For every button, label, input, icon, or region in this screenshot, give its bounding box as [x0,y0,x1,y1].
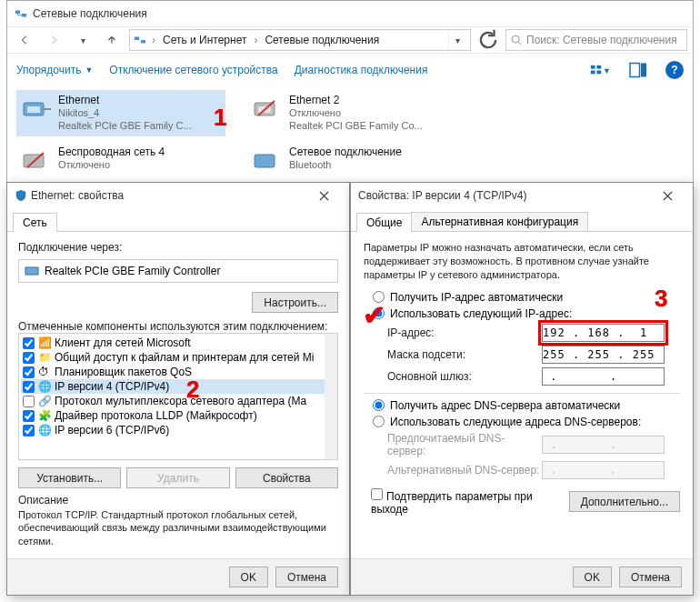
subnet-mask-input[interactable] [542,346,665,364]
diagnose-button[interactable]: Диагностика подключения [295,64,428,76]
ethernet-icon [253,94,284,125]
ip-address-row: IP-адрес: [387,324,680,342]
connection-status: Отключено [289,107,423,120]
connection-bluetooth[interactable]: Сетевое подключение Bluetooth [247,142,456,180]
component-checkbox[interactable] [23,425,35,436]
connection-ethernet2[interactable]: Ethernet 2 Отключено Realtek PCI GBE Fam… [247,90,456,136]
tab-alt-config[interactable]: Альтернативная конфигурация [411,212,588,231]
dialog-title: Свойства: IP версии 4 (TCP/IPv4) [358,189,527,202]
components-label: Отмеченные компоненты используются этим … [18,320,338,333]
disable-device-button[interactable]: Отключение сетевого устройства [109,64,277,76]
validate-checkbox[interactable] [371,488,383,500]
component-item[interactable]: ⏱Планировщик пакетов QoS [21,365,335,379]
address-bar[interactable]: › Сеть и Интернет › Сетевые подключения [129,29,471,51]
radio-auto-dns[interactable] [373,399,385,411]
view-menu[interactable]: ▼ [589,59,611,81]
configure-button[interactable]: Настроить... [252,292,338,313]
remove-button[interactable]: Удалить [126,467,229,488]
component-checkbox[interactable] [23,381,35,393]
tab-network[interactable]: Сеть [13,213,57,232]
ip-address-input[interactable] [542,324,665,342]
scrollbar[interactable] [325,334,337,459]
bluetooth-icon [253,145,284,176]
help-icon[interactable]: ? [665,61,684,79]
svg-rect-5 [591,65,595,69]
ok-button[interactable]: OK [229,567,268,587]
svg-rect-10 [641,64,646,77]
dialog-footer: OK Отмена [351,558,693,595]
chevron-right-icon[interactable]: › [150,34,157,46]
dialog-titlebar: Ethernet: свойства [7,183,349,208]
ok-button[interactable]: OK [573,567,612,587]
component-item[interactable]: 📁Общий доступ к файлам и принтерам для с… [21,350,335,365]
radio-manual-dns[interactable] [373,416,385,427]
component-item[interactable]: 📶Клиент для сетей Microsoft [21,336,335,350]
svg-rect-12 [27,106,40,113]
properties-button[interactable]: Свойства [235,467,338,488]
connection-name: Беспроводная сеть 4 [58,145,165,159]
components-list[interactable]: 📶Клиент для сетей Microsoft 📁Общий досту… [18,333,338,460]
svg-rect-3 [141,40,145,44]
up-button[interactable] [100,29,124,51]
advanced-button[interactable]: Дополнительно... [569,491,680,512]
svg-rect-16 [255,155,275,167]
preview-pane-button[interactable] [627,59,649,81]
breadcrumb-level2[interactable]: Сетевые подключения [263,34,381,46]
share-icon: 📁 [38,351,51,364]
protocol-icon: 🌐 [38,380,51,393]
component-item[interactable]: 🔗Протокол мультиплексора сетевого адапте… [21,394,335,408]
annotation-2: 2 [186,376,199,404]
radio-manual-dns-row[interactable]: Использовать следующие адреса DNS-сервер… [373,416,680,428]
refresh-button[interactable] [476,29,500,51]
client-icon: 📶 [38,336,51,349]
annotation-3: 3 [655,285,667,313]
close-button[interactable] [649,186,685,206]
address-dropdown[interactable] [448,30,466,50]
component-checkbox[interactable] [23,396,35,407]
component-checkbox[interactable] [23,366,35,378]
breadcrumb-level1[interactable]: Сеть и Интернет [161,34,248,46]
network-icon [134,34,146,46]
cancel-button[interactable]: Отмена [275,567,338,587]
close-button[interactable] [305,186,342,206]
dns2-row: Альтернативный DNS-сервер: [387,461,680,479]
connection-name: Сетевое подключение [289,145,402,159]
svg-rect-8 [596,71,601,75]
connection-status: Nikitos_4 [58,107,192,120]
component-item-ipv4[interactable]: 🌐IP версии 4 (TCP/IPv4) [21,379,335,394]
component-item[interactable]: 🧩Драйвер протокола LLDP (Майкрософт) [21,408,335,423]
window-title: Сетевые подключения [33,7,147,20]
recent-dropdown[interactable] [71,29,95,51]
adapter-name-box: Realtek PCIe GBE Family Controller [18,259,338,283]
component-checkbox[interactable] [23,352,35,364]
dialog-titlebar: Свойства: IP версии 4 (TCP/IPv4) [351,183,693,208]
address-bar-row: › Сеть и Интернет › Сетевые подключения … [7,26,693,54]
component-item[interactable]: 🌐IP версии 6 (TCP/IPv6) [21,423,335,437]
connection-name: Ethernet [58,94,192,107]
back-button[interactable] [13,29,36,51]
connection-adapter: Realtek PCI GBE Family Co... [289,120,423,133]
radio-manual-ip-row[interactable]: Использовать следующий IP-адрес: [373,307,680,320]
radio-auto-ip-row[interactable]: Получить IP-адрес автоматически [373,291,680,304]
search-input[interactable]: Поиск: Сетевые подключения [505,29,687,51]
connection-status: Bluetooth [289,159,402,172]
connection-ethernet[interactable]: Ethernet Nikitos_4 Realtek PCIe GBE Fami… [16,90,225,136]
component-checkbox[interactable] [23,410,35,422]
gateway-row: Основной шлюз: [387,367,680,386]
search-icon [510,34,523,46]
radio-auto-dns-row[interactable]: Получить адрес DNS-сервера автоматически [373,399,680,412]
component-checkbox[interactable] [23,337,35,349]
tab-general[interactable]: Общие [356,213,412,232]
install-button[interactable]: Установить... [18,467,121,488]
chevron-right-icon[interactable]: › [252,34,259,46]
svg-rect-0 [15,11,20,15]
organize-menu[interactable]: Упорядочить ▼ [16,64,93,76]
connect-via-label: Подключение через: [18,241,338,254]
cancel-button[interactable]: Отмена [619,567,682,587]
validate-checkbox-row[interactable]: Подтвердить параметры при выходе [371,488,569,516]
ipv4-info-text: Параметры IP можно назначать автоматичес… [364,241,680,282]
connection-wifi4[interactable]: Беспроводная сеть 4 Отключено [16,142,225,180]
dns1-label: Предпочитаемый DNS-сервер: [387,432,542,457]
gateway-input[interactable] [542,367,665,386]
forward-button[interactable] [42,29,65,51]
